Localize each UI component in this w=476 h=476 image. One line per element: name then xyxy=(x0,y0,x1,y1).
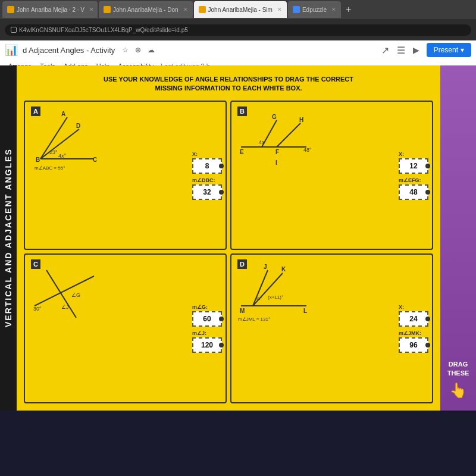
answer-a-dbc-group: m∠DBC: 32 xyxy=(192,177,222,200)
svg-text:G: G xyxy=(272,114,277,120)
answer-a-dbc-label: m∠DBC: xyxy=(192,177,222,183)
add-icon[interactable]: ⊕ xyxy=(133,45,143,55)
answer-b-efg-value: 48 xyxy=(409,188,417,196)
present-button[interactable]: Present ▾ xyxy=(427,43,471,57)
problem-d: D J K M L 4x° xyxy=(230,253,433,403)
problem-d-label: D xyxy=(237,259,247,269)
svg-text:m∠ABC = 55°: m∠ABC = 55° xyxy=(35,165,65,171)
answer-c-mg-group: m∠G: 60 xyxy=(192,304,222,327)
svg-text:∠G: ∠G xyxy=(71,292,80,298)
answer-b-efg-label: m∠EFG: xyxy=(399,177,428,183)
trending-icon[interactable]: ↗ xyxy=(380,45,391,55)
problem-a-label: A xyxy=(31,107,40,116)
answer-b-efg-dot xyxy=(425,190,430,195)
answer-a-x-box[interactable]: 8 xyxy=(192,158,222,174)
svg-text:A: A xyxy=(61,111,65,117)
tab4-close[interactable]: ✕ xyxy=(331,7,336,12)
tab-4[interactable]: Edpuzzle ✕ xyxy=(288,1,341,18)
problem-b: B G H E F 48° xyxy=(230,101,433,250)
tab1-close[interactable]: ✕ xyxy=(89,7,94,12)
slide-instruction: USE YOUR KNOWLEDGE OF ANGLE RELATIONSHIP… xyxy=(24,73,433,96)
answer-d-jmk-dot xyxy=(425,343,430,347)
tab3-favicon xyxy=(199,6,206,13)
answer-a-x-dot xyxy=(219,164,224,168)
answer-c-mj-label: m∠J: xyxy=(192,330,222,336)
answer-a-dbc-value: 32 xyxy=(203,188,211,196)
url-text: K4wlKnGNSNUFXoaDJ5cTSOu1LX4LBqP_wQ/edit#… xyxy=(19,27,188,33)
svg-text:M: M xyxy=(240,308,245,314)
url-field[interactable]: K4wlKnGNSNUFXoaDJ5cTSOu1LX4LBqP_wQ/edit#… xyxy=(5,24,471,36)
answer-a-x-label: X: xyxy=(192,151,222,157)
right-panel: DRAG THESE 👆 xyxy=(440,65,476,411)
dropdown-arrow: ▾ xyxy=(461,46,464,54)
new-tab-button[interactable]: + xyxy=(342,4,355,15)
tab3-close[interactable]: ✕ xyxy=(277,7,282,12)
answer-a-dbc-box[interactable]: 32 xyxy=(192,184,222,200)
tab1-label: John Anariba Mejia · 2 · V xyxy=(17,7,84,13)
answer-d-x-group: X: 24 xyxy=(399,304,428,327)
svg-text:E: E xyxy=(240,149,244,155)
tab-1[interactable]: John Anariba Mejia · 2 · V ✕ xyxy=(2,1,98,18)
answers-c: m∠G: 60 m∠J: 120 xyxy=(192,258,222,399)
star-icon[interactable]: ☆ xyxy=(120,45,130,55)
answer-d-jmk-box[interactable]: 96 xyxy=(399,337,428,353)
svg-line-20 xyxy=(35,276,94,306)
problem-b-label: B xyxy=(237,107,247,116)
problem-c-label: C xyxy=(31,259,40,269)
answer-c-mg-dot xyxy=(219,317,224,321)
answer-c-mg-box[interactable]: 60 xyxy=(192,311,222,327)
answer-a-x-group: X: 8 xyxy=(192,151,222,174)
answer-d-x-box[interactable]: 24 xyxy=(399,311,428,327)
svg-text:m∠JML = 131°: m∠JML = 131° xyxy=(238,317,270,322)
svg-text:I: I xyxy=(275,159,277,166)
svg-line-11 xyxy=(277,123,300,147)
svg-text:4x°: 4x° xyxy=(58,153,67,159)
list-icon[interactable]: ☰ xyxy=(396,45,406,55)
slides-logo: 📊 xyxy=(5,43,18,57)
tab-2[interactable]: John AnaribaMejia - Don ✕ xyxy=(99,1,193,18)
answer-d-x-dot xyxy=(425,317,430,321)
lock-icon xyxy=(11,27,17,33)
drag-these-label: DRAG THESE xyxy=(440,360,476,377)
answer-b-x-box[interactable]: 12 xyxy=(399,158,428,174)
svg-text:D: D xyxy=(76,123,80,129)
diagram-a: A A D B C 23° 4x° xyxy=(29,105,189,174)
diagram-d: D J K M L 4x° xyxy=(235,258,395,327)
tab-3[interactable]: John AnaribaMejia - Sim ✕ xyxy=(194,1,287,18)
answer-a-x-value: 8 xyxy=(205,162,209,170)
answer-b-x-group: X: 12 xyxy=(399,151,428,174)
svg-text:48°: 48° xyxy=(303,147,312,153)
answer-b-efg-group: m∠EFG: 48 xyxy=(399,177,428,200)
answer-b-efg-box[interactable]: 48 xyxy=(399,184,428,200)
answers-d: X: 24 m∠JMK: 96 xyxy=(399,258,428,399)
address-bar: K4wlKnGNSNUFXoaDJ5cTSOu1LX4LBqP_wQ/edit#… xyxy=(0,19,476,40)
tab2-label: John AnaribaMejia - Don xyxy=(113,7,178,13)
svg-text:L: L xyxy=(303,308,307,314)
instruction-line1: USE YOUR KNOWLEDGE OF ANGLE RELATIONSHIP… xyxy=(26,75,431,84)
present-label: Present xyxy=(434,46,458,54)
answer-c-mj-box[interactable]: 120 xyxy=(192,337,222,353)
svg-text:4x°: 4x° xyxy=(255,296,262,301)
answer-d-jmk-label: m∠JMK: xyxy=(399,330,428,336)
tab2-close[interactable]: ✕ xyxy=(183,7,188,12)
answer-c-mg-value: 60 xyxy=(203,315,211,323)
answer-c-mg-label: m∠G: xyxy=(192,304,222,310)
diagram-c: C 30° ∠G ∠J xyxy=(29,258,189,327)
svg-text:∠J: ∠J xyxy=(61,304,69,310)
tab4-label: Edpuzzle xyxy=(302,7,327,13)
tab3-label: John AnaribaMejia - Sim xyxy=(208,7,273,13)
cloud-icon[interactable]: ☁ xyxy=(146,45,156,55)
svg-text:J: J xyxy=(264,264,267,270)
play-icon[interactable]: ▶ xyxy=(411,45,422,55)
problem-c: C 30° ∠G ∠J m∠G: 60 xyxy=(24,253,227,403)
slide-area: VERTICAL AND ADJACENT ANGLES USE YOUR KN… xyxy=(0,65,476,411)
answer-c-mj-dot xyxy=(219,343,224,347)
answer-d-x-value: 24 xyxy=(409,315,417,323)
slides-title: d Adjacent Angles - Activity xyxy=(23,46,115,55)
tab-bar: John Anariba Mejia · 2 · V ✕ John Anarib… xyxy=(0,0,476,19)
problem-a: A A D B C 23° 4x° xyxy=(24,101,227,250)
svg-text:H: H xyxy=(299,117,303,123)
problems-grid: A A D B C 23° 4x° xyxy=(24,101,433,403)
answers-a: X: 8 m∠DBC: 32 xyxy=(192,105,222,246)
svg-text:B: B xyxy=(36,156,40,163)
